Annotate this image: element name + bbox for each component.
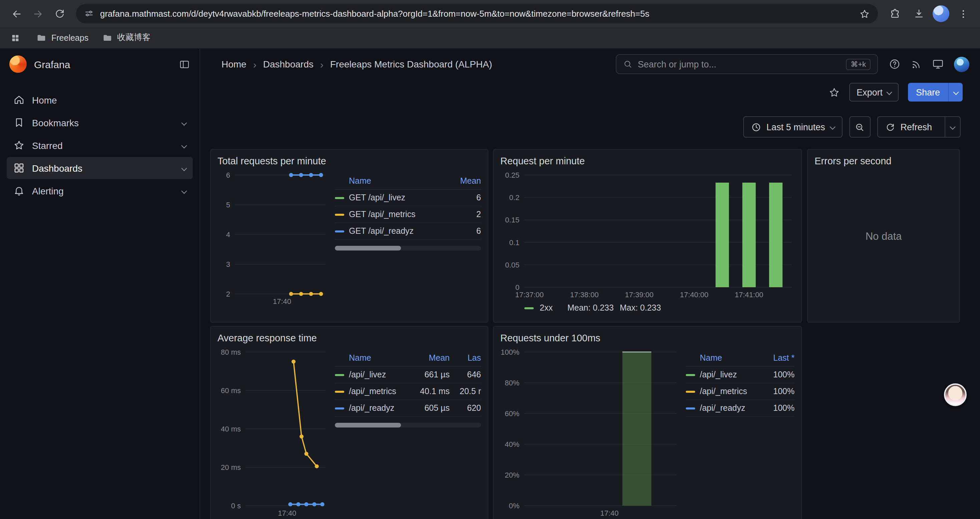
browser-menu-button[interactable]	[953, 4, 973, 24]
star-icon	[13, 140, 25, 151]
legend-row[interactable]: /api/_livez661 µs646	[335, 367, 481, 383]
panel-title[interactable]: Average response time	[218, 331, 481, 347]
reload-button[interactable]	[49, 4, 69, 24]
address-bar[interactable]: grafana.mathmast.com/d/deytv4rwavabkb/fr…	[76, 4, 878, 23]
news-rss-icon[interactable]	[911, 58, 922, 70]
legend-row[interactable]: /api/_readyz100%	[686, 400, 795, 417]
grafana-logo[interactable]	[10, 56, 27, 73]
panel-title[interactable]: Requests under 100ms	[500, 331, 795, 347]
zoom-out-button[interactable]	[849, 116, 870, 137]
panel-title[interactable]: Errors per second	[815, 153, 953, 170]
bookmark-star-icon[interactable]	[859, 8, 870, 19]
url-text: grafana.mathmast.com/d/deytv4rwavabkb/fr…	[100, 9, 853, 19]
share-menu-button[interactable]	[948, 83, 963, 102]
legend-column-header[interactable]: Las	[454, 353, 481, 363]
sidebar-item-starred[interactable]: Starred	[7, 134, 193, 156]
sidebar-item-alerting[interactable]: Alerting	[7, 180, 193, 202]
legend-scrollbar-thumb[interactable]	[335, 423, 401, 428]
bookmarks-bar: Freeleaps 收藏博客	[0, 27, 980, 49]
share-split-button: Share	[908, 83, 963, 102]
folder-icon	[102, 32, 112, 43]
series-color-dash	[686, 407, 695, 409]
legend-column-header[interactable]: Mean	[414, 353, 450, 363]
main-area: Home › Dashboards › Freeleaps Metrics Da…	[200, 49, 980, 519]
display-kiosk-icon[interactable]	[932, 58, 944, 70]
breadcrumb-dashboards[interactable]: Dashboards	[263, 59, 313, 69]
legend-scrollbar[interactable]	[335, 246, 481, 251]
help-icon[interactable]	[889, 58, 900, 70]
apps-shortcut-button[interactable]	[8, 30, 23, 45]
time-range-picker[interactable]: Last 5 minutes	[743, 116, 843, 137]
legend-column-header[interactable]: Last *	[759, 353, 795, 363]
series-name: /api/_readyz	[349, 404, 409, 413]
legend-table[interactable]: NameLast */api/_livez100%/api/_metrics10…	[686, 347, 795, 519]
dock-sidebar-icon[interactable]	[179, 58, 190, 70]
browser-profile-avatar[interactable]	[932, 5, 949, 22]
downloads-button[interactable]	[908, 4, 929, 24]
bar-chart: 100%80%60%40%20%0%17:40	[500, 347, 681, 519]
sidebar-item-home[interactable]: Home	[7, 89, 193, 111]
legend-table[interactable]: NameMeanGET /api/_livez6GET /api/_metric…	[335, 170, 481, 307]
search-input[interactable]: Search or jump to... ⌘+k	[616, 54, 878, 74]
svg-text:3: 3	[226, 260, 230, 268]
breadcrumb: Home › Dashboards › Freeleaps Metrics Da…	[221, 59, 492, 69]
panel-errors-per-second: Errors per second No data	[807, 149, 960, 323]
legend-row[interactable]: GET /api/_livez6	[335, 190, 481, 206]
search-placeholder: Search or jump to...	[638, 59, 841, 69]
search-icon	[623, 59, 632, 69]
back-button[interactable]	[7, 4, 27, 24]
refresh-label: Refresh	[900, 122, 932, 132]
extensions-button[interactable]	[885, 4, 905, 24]
bookmark-item-freeleaps[interactable]: Freeleaps	[36, 32, 88, 43]
legend-inline[interactable]: 2xx Mean: 0.233 Max: 0.233	[500, 303, 795, 313]
chevron-down-icon	[181, 120, 187, 126]
clock-icon	[751, 122, 761, 132]
chevron-down-icon	[181, 165, 187, 171]
breadcrumb-home[interactable]: Home	[221, 59, 247, 69]
bar-chart: 0.250.20.150.10.05017:37:0017:38:0017:39…	[500, 170, 796, 300]
sidebar-nav: Home Bookmarks Starred Dashboards	[0, 80, 199, 202]
refresh-button[interactable]: Refresh	[878, 117, 939, 137]
legend-row[interactable]: GET /api/_readyz6	[335, 223, 481, 240]
legend-table[interactable]: NameMeanLas/api/_livez661 µs646/api/_met…	[335, 347, 481, 519]
series-value: 605 µs	[414, 404, 450, 413]
legend-row[interactable]: /api/_metrics100%	[686, 383, 795, 400]
bookmark-item-blogs[interactable]: 收藏博客	[102, 32, 150, 43]
star-outline-icon	[829, 86, 840, 98]
legend-row[interactable]: /api/_livez100%	[686, 367, 795, 383]
legend-row[interactable]: /api/_metrics40.1 ms20.5 r	[335, 383, 481, 400]
panel-title[interactable]: Request per minute	[500, 153, 795, 170]
legend-column-header[interactable]: Mean	[445, 176, 481, 186]
bookmark-label: 收藏博客	[117, 32, 150, 43]
legend-scrollbar-thumb[interactable]	[335, 246, 401, 251]
floating-assistant-avatar[interactable]	[944, 383, 967, 406]
legend-scrollbar[interactable]	[335, 423, 481, 428]
user-avatar[interactable]	[954, 56, 969, 72]
forward-button[interactable]	[28, 4, 48, 24]
sidebar-header: Grafana	[0, 49, 199, 80]
no-data-message: No data	[815, 170, 953, 303]
svg-text:4: 4	[226, 230, 230, 239]
legend-row[interactable]: /api/_readyz605 µs620	[335, 400, 481, 417]
legend-column-header[interactable]: Name	[700, 353, 754, 363]
legend-column-header[interactable]: Name	[349, 353, 409, 363]
back-arrow-icon	[11, 8, 23, 20]
refresh-interval-button[interactable]	[945, 117, 960, 137]
share-button[interactable]: Share	[908, 83, 948, 102]
sidebar-item-bookmarks[interactable]: Bookmarks	[7, 112, 193, 134]
export-button[interactable]: Export	[849, 83, 899, 102]
series-value: 646	[454, 370, 481, 379]
legend-column-header[interactable]: Name	[349, 176, 440, 186]
sidebar-item-dashboards[interactable]: Dashboards	[7, 157, 193, 179]
series-value: 6	[445, 227, 481, 236]
favorite-star-button[interactable]	[829, 86, 840, 98]
puzzle-icon	[889, 8, 900, 19]
panel-total-requests-per-minute: Total requests per minute 6543217:40 Nam…	[210, 149, 488, 323]
legend-row[interactable]: GET /api/_metrics2	[335, 206, 481, 223]
header-icons	[889, 56, 969, 72]
svg-text:17:40: 17:40	[600, 509, 619, 517]
panel-title[interactable]: Total requests per minute	[218, 153, 481, 170]
series-name: GET /api/_livez	[349, 193, 440, 203]
kebab-menu-icon	[958, 8, 969, 19]
breadcrumb-separator: ›	[320, 59, 323, 69]
